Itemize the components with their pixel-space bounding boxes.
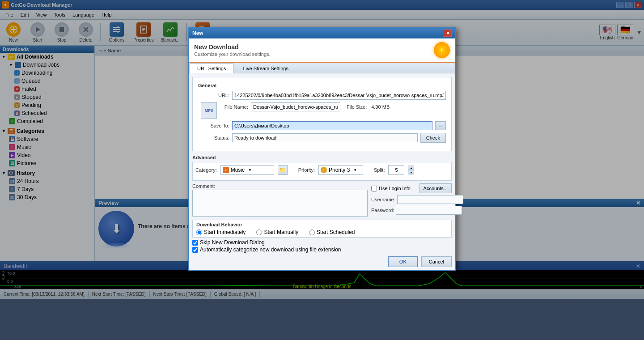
file-info-block: File Name: File Size: 4.90 MB — [221, 102, 390, 112]
tab-url-settings[interactable]: URL Settings — [190, 64, 233, 73]
split-label: Split: — [374, 167, 385, 173]
general-title: General — [198, 83, 446, 88]
general-section: General URL: MP3 File Name: File Size: 4… — [192, 77, 452, 151]
radio-manually-label[interactable]: Start Manually — [256, 229, 298, 235]
save-to-row: Save To: ... — [198, 121, 446, 130]
file-name-input[interactable] — [251, 102, 340, 111]
split-input[interactable] — [388, 165, 404, 175]
behavior-title: Download Behavior — [196, 222, 448, 227]
split-spinners: ▲ ▼ — [408, 166, 414, 174]
behavior-section: Download Behavior Start Immediately Star… — [192, 220, 452, 238]
advanced-title: Advanced — [192, 155, 452, 160]
comment-textarea[interactable] — [192, 190, 368, 217]
use-login-checkbox[interactable] — [371, 186, 377, 191]
category-folder-btn[interactable]: 📁 — [278, 165, 288, 175]
accounts-button[interactable]: Accounts... — [419, 183, 452, 193]
radio-immediately-label[interactable]: Start Immediately — [196, 229, 246, 235]
radio-immediately[interactable] — [196, 230, 202, 235]
mp3-icon: MP3 — [201, 102, 217, 119]
url-input[interactable] — [232, 91, 446, 100]
dialog-title-text: New — [192, 30, 203, 36]
priority-dropdown-arrow: ▼ — [353, 168, 357, 172]
advanced-section: Advanced Category: ♪ Music ▼ 📁 Priority:… — [192, 155, 452, 181]
priority-select[interactable]: ! Priority 3 ▼ — [318, 165, 363, 175]
radio-manually-text: Start Manually — [264, 229, 298, 235]
username-row: Username: — [371, 195, 452, 204]
use-login-row: Use Login Info Accounts... — [371, 183, 452, 193]
password-label: Password: — [371, 208, 394, 213]
status-row: Status: Check — [198, 133, 446, 143]
category-dropdown-arrow: ▼ — [248, 168, 252, 172]
category-select[interactable]: ♪ Music ▼ — [220, 165, 274, 175]
advanced-content: Category: ♪ Music ▼ 📁 Priority: ! Priori… — [192, 162, 452, 181]
skip-dialog-label[interactable]: Skip New Download Dialog — [192, 239, 452, 246]
check-button[interactable]: Check — [420, 133, 446, 143]
dialog-header-text: New Download Customize your download set… — [194, 43, 271, 57]
file-name-label: File Name: — [221, 104, 248, 110]
ok-button[interactable]: OK — [388, 256, 418, 267]
file-name-inner-row: File Name: File Size: 4.90 MB — [221, 102, 390, 111]
mp3-icon-text: MP3 — [205, 108, 213, 113]
use-login-label: Use Login Info — [379, 186, 411, 191]
dialog-buttons: OK Cancel — [189, 254, 455, 270]
radio-scheduled[interactable] — [309, 230, 315, 235]
tab-stream-settings[interactable]: Live Stream Settings — [235, 64, 296, 73]
spin-down-btn[interactable]: ▼ — [408, 170, 414, 174]
password-row: Password: — [371, 206, 452, 215]
comment-area: Comment: — [192, 183, 368, 218]
status-label: Status: — [198, 135, 229, 140]
checkboxes-area: Skip New Download Dialog Automatically c… — [192, 239, 452, 253]
url-label: URL: — [198, 93, 229, 98]
radio-scheduled-label[interactable]: Start Scheduled — [309, 229, 355, 235]
auto-cat-checkbox[interactable] — [192, 247, 198, 253]
music-cat-icon: ♪ — [223, 167, 229, 173]
status-input — [232, 133, 418, 142]
category-row: Category: ♪ Music ▼ 📁 Priority: ! Priori… — [195, 165, 449, 175]
category-value: Music — [231, 167, 245, 173]
comment-credentials-area: Comment: Use Login Info Accounts... User… — [192, 183, 452, 218]
radio-manually[interactable] — [256, 230, 262, 235]
skip-dialog-text: Skip New Download Dialog — [200, 239, 265, 246]
file-name-row: MP3 File Name: File Size: 4.90 MB — [198, 102, 446, 119]
username-label: Username: — [371, 197, 395, 202]
radio-group: Start Immediately Start Manually Start S… — [196, 229, 448, 235]
username-input[interactable] — [397, 195, 463, 204]
category-label: Category: — [195, 167, 217, 173]
file-size-label: File Size: — [347, 104, 367, 110]
dialog-tabs: URL Settings Live Stream Settings — [189, 63, 455, 73]
password-input[interactable] — [396, 206, 462, 215]
dialog-header-sub: Customize your download settings. — [194, 51, 271, 57]
dialog-header-title: New Download — [194, 43, 271, 51]
auto-cat-text: Automatically categorize new download us… — [200, 246, 341, 253]
priority-value: Priority 3 — [329, 167, 350, 173]
skip-dialog-checkbox[interactable] — [192, 240, 198, 246]
save-to-input[interactable] — [232, 121, 432, 130]
dialog-close-btn[interactable]: ✕ — [444, 30, 452, 37]
browse-button[interactable]: ... — [435, 121, 446, 130]
new-download-dialog: New ✕ New Download Customize your downlo… — [188, 27, 456, 271]
url-row: URL: — [198, 91, 446, 100]
priority-label: Priority: — [298, 167, 315, 173]
radio-scheduled-text: Start Scheduled — [317, 229, 355, 235]
priority-icon: ! — [321, 167, 327, 173]
comment-label: Comment: — [192, 183, 368, 189]
dialog-header: New Download Customize your download set… — [189, 38, 455, 63]
file-size-value: 4.90 MB — [371, 104, 390, 110]
spin-up-btn[interactable]: ▲ — [408, 166, 414, 170]
dialog-icon: + — [434, 42, 450, 58]
auto-cat-label[interactable]: Automatically categorize new download us… — [192, 246, 452, 253]
cancel-button[interactable]: Cancel — [421, 256, 452, 267]
credentials-area: Use Login Info Accounts... Username: Pas… — [371, 183, 452, 218]
modal-overlay: New ✕ New Download Customize your downlo… — [0, 0, 644, 340]
radio-immediately-text: Start Immediately — [204, 229, 246, 235]
dialog-title-bar: New ✕ — [189, 28, 455, 38]
save-to-label: Save To: — [198, 123, 229, 128]
